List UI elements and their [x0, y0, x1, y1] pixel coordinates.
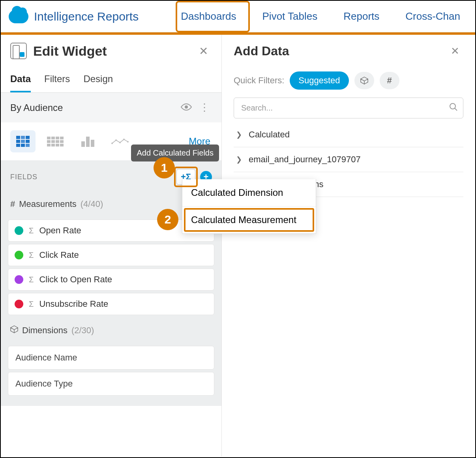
widget-name-row: By Audience ⋮ [1, 93, 221, 122]
nav-reports[interactable]: Reports [336, 1, 386, 32]
color-dot-icon [15, 226, 23, 235]
subtab-filters[interactable]: Filters [44, 73, 70, 92]
measurement-item[interactable]: Σ Unsubscribe Rate [8, 293, 214, 315]
top-nav-bar: Intelligence Reports Dashboards Pivot Ta… [1, 1, 475, 32]
tree-item-label: email_and_journey_1079707 [249, 154, 361, 165]
measurement-label: Open Rate [39, 225, 81, 236]
chart-type-bar[interactable] [75, 130, 100, 152]
measurement-item[interactable]: Σ Click to Open Rate [8, 268, 214, 291]
subtab-design[interactable]: Design [83, 73, 113, 92]
nav-cross-channel[interactable]: Cross-Chan [398, 1, 467, 32]
nav-dashboards[interactable]: Dashboards [174, 1, 243, 32]
widget-subtabs: Data Filters Design [1, 63, 221, 93]
tree-item[interactable]: ❯ email_and_journey_1079707 [234, 147, 463, 172]
measurements-title: Measurements [19, 199, 77, 209]
widget-name-label: By Audience [10, 102, 63, 113]
chevron-right-icon: ❯ [236, 155, 243, 164]
dimension-item[interactable]: Audience Name [8, 346, 214, 370]
app-brand: Intelligence Reports [9, 10, 139, 23]
chevron-right-icon: ❯ [236, 130, 243, 139]
add-data-panel: Add Data ✕ Quick Filters: Suggested # ❯ … [222, 35, 475, 456]
calculated-fields-dropdown: Calculated Dimension Calculated Measurem… [182, 179, 316, 234]
chart-type-line[interactable] [107, 130, 133, 152]
measurement-item[interactable]: Σ Click Rate [8, 244, 214, 266]
fields-header: FIELDS Add Calculated Fields +Σ + 1 Calc… [1, 160, 221, 193]
line-chart-icon [112, 138, 128, 145]
salesforce-cloud-icon [9, 10, 28, 23]
sigma-icon: Σ [29, 300, 34, 309]
svg-point-2 [115, 139, 117, 141]
close-add-data-button[interactable]: ✕ [447, 43, 463, 59]
tree-item[interactable]: ❯ Calculated [234, 122, 463, 147]
dimensions-title: Dimensions [22, 325, 67, 336]
hash-icon: # [387, 75, 392, 86]
sigma-icon: Σ [29, 226, 34, 235]
nav-pivot-tables[interactable]: Pivot Tables [255, 1, 325, 32]
chart-type-heatmap[interactable] [10, 130, 36, 152]
step-badge-1: 1 [154, 157, 175, 178]
cube-icon [10, 325, 18, 336]
dropdown-item-label: Calculated Measurement [191, 214, 296, 225]
widget-more-menu-icon[interactable]: ⋮ [196, 100, 212, 115]
svg-point-0 [185, 105, 188, 109]
svg-point-6 [450, 103, 455, 109]
subtab-data[interactable]: Data [10, 73, 31, 92]
panel-title: Edit Widget [33, 43, 107, 59]
dimensions-section-header: Dimensions (2/30) [1, 320, 221, 341]
step-badge-2: 2 [157, 209, 178, 230]
svg-line-7 [455, 108, 457, 111]
widget-layout-icon [10, 43, 27, 59]
search-input[interactable] [234, 98, 463, 118]
dimensions-count: (2/30) [71, 325, 94, 336]
sigma-icon: Σ [29, 251, 34, 260]
primary-nav: Dashboards Pivot Tables Reports Cross-Ch… [174, 1, 467, 32]
fields-label: FIELDS [10, 173, 37, 181]
dropdown-calculated-measurement[interactable]: Calculated Measurement 2 [182, 206, 316, 233]
dimensions-list: Audience NameAudience Type [1, 341, 221, 406]
measurement-label: Click Rate [39, 250, 79, 260]
edit-widget-panel: Edit Widget ✕ Data Filters Design By Aud… [1, 35, 222, 456]
app-title: Intelligence Reports [34, 10, 139, 23]
cube-icon [360, 77, 368, 84]
dropdown-calculated-dimension[interactable]: Calculated Dimension [182, 179, 316, 206]
heatmap-icon [16, 136, 30, 147]
measurement-label: Unsubscribe Rate [39, 299, 108, 309]
tree-item-label: Calculated [249, 130, 290, 140]
bar-chart-icon [81, 136, 94, 147]
search-icon [449, 103, 458, 114]
add-data-title: Add Data [234, 44, 289, 58]
quick-filters-label: Quick Filters: [234, 75, 284, 86]
svg-point-1 [111, 143, 113, 144]
svg-point-4 [123, 139, 125, 140]
quick-filter-measurements[interactable]: # [380, 72, 399, 89]
hash-icon: # [10, 199, 15, 209]
visibility-toggle-icon[interactable] [176, 100, 196, 115]
svg-point-5 [127, 141, 129, 143]
dimension-item[interactable]: Audience Type [8, 372, 214, 396]
chart-type-table[interactable] [43, 130, 68, 152]
color-dot-icon [15, 275, 23, 284]
quick-filter-dimensions[interactable] [354, 72, 374, 89]
table-icon [47, 137, 64, 146]
svg-point-3 [119, 142, 121, 143]
color-dot-icon [15, 300, 23, 308]
close-edit-widget-button[interactable]: ✕ [195, 43, 212, 59]
color-dot-icon [15, 251, 23, 259]
quick-filters-row: Quick Filters: Suggested # [234, 71, 463, 90]
measurements-count: (4/40) [81, 199, 103, 209]
add-calculated-fields-tooltip: Add Calculated Fields [131, 145, 219, 161]
search-field-wrap [234, 98, 463, 118]
quick-filter-suggested[interactable]: Suggested [290, 71, 349, 90]
measurement-label: Click to Open Rate [39, 274, 112, 285]
sigma-icon: Σ [29, 275, 34, 284]
